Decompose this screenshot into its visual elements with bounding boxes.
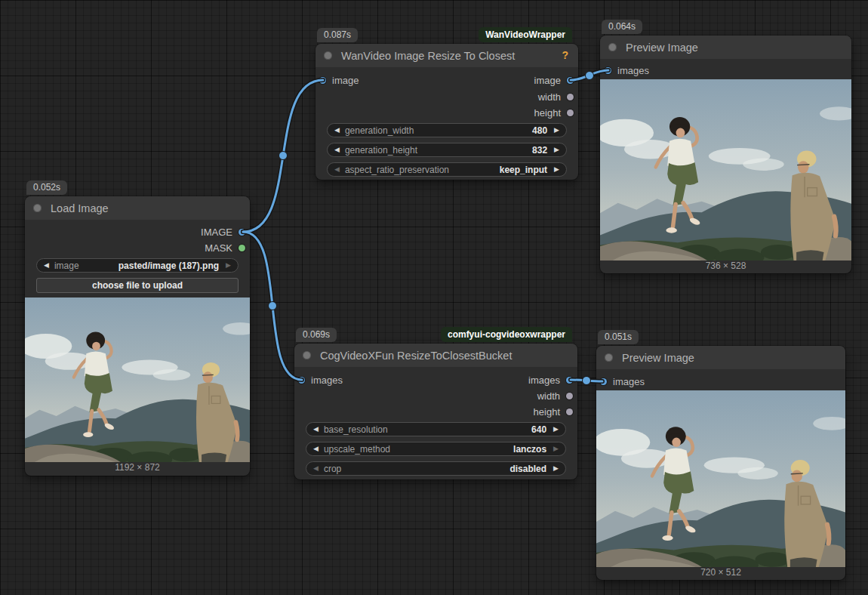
node-title-bar[interactable]: WanVideo Image Resize To Closest ?: [315, 44, 578, 67]
node-title: CogVideoXFun ResizeToClosestBucket: [320, 350, 512, 362]
input-label: images: [613, 376, 645, 387]
node-preview-image-top[interactable]: 0.064s Preview Image images 736 × 528: [600, 35, 851, 273]
output-slot-image[interactable]: IMAGE: [201, 224, 245, 239]
link-midpoint-dot: [269, 302, 277, 310]
widget-name: aspect_ratio_preservation: [345, 165, 449, 175]
output-dot-mask[interactable]: [239, 245, 245, 251]
widget-value: 480: [532, 125, 547, 136]
collapse-dot-icon[interactable]: [324, 51, 332, 60]
input-slot-images[interactable]: images: [298, 372, 343, 387]
collapse-dot-icon[interactable]: [33, 204, 42, 212]
decrement-arrow-icon[interactable]: ◀: [334, 127, 340, 134]
input-slot-images[interactable]: images: [600, 374, 645, 389]
image-preview: [600, 79, 851, 261]
decrement-arrow-icon[interactable]: ◀: [313, 445, 319, 452]
input-dot-images[interactable]: [298, 377, 305, 384]
image-dimensions-caption: 1192 × 872: [25, 462, 250, 473]
output-slot-height[interactable]: height: [534, 105, 574, 120]
execution-time-badge: 0.051s: [598, 330, 639, 344]
output-label: height: [534, 107, 561, 119]
output-dot-width[interactable]: [567, 94, 574, 100]
output-dot-height[interactable]: [566, 408, 573, 415]
decrement-arrow-icon[interactable]: ◀: [44, 262, 49, 269]
node-title-bar[interactable]: Load Image: [25, 196, 250, 220]
widget-aspect-ratio-preservation[interactable]: ◀ aspect_ratio_preservation keep_input ▶: [327, 162, 567, 177]
output-dot-image[interactable]: [567, 77, 574, 84]
output-dot-images[interactable]: [566, 377, 573, 384]
node-title: Load Image: [51, 202, 109, 214]
input-label: images: [617, 65, 649, 76]
module-badge: WanVideoWrapper: [479, 27, 572, 42]
output-dot-width[interactable]: [566, 393, 573, 399]
input-label: images: [311, 375, 343, 386]
widget-generation-width[interactable]: ◀ generation_width 480 ▶: [327, 123, 567, 137]
node-preview-image-bottom[interactable]: 0.051s Preview Image images 720 × 512: [596, 346, 845, 580]
node-title-bar[interactable]: Preview Image: [600, 35, 851, 59]
input-slot-image[interactable]: image: [319, 72, 359, 88]
widget-value: pasted/image (187).png: [119, 261, 219, 271]
widget-generation-height[interactable]: ◀ generation_height 832 ▶: [327, 143, 567, 157]
widget-name: image: [54, 261, 79, 271]
input-dot-image[interactable]: [319, 77, 326, 84]
decrement-arrow-icon[interactable]: ◀: [313, 465, 319, 472]
decrement-arrow-icon[interactable]: ◀: [334, 146, 340, 153]
output-label: image: [534, 75, 561, 86]
help-icon[interactable]: ?: [562, 49, 568, 61]
collapse-dot-icon[interactable]: [605, 353, 613, 362]
output-slot-width[interactable]: width: [538, 89, 574, 104]
output-label: height: [534, 406, 560, 418]
collapse-dot-icon[interactable]: [303, 351, 311, 359]
widget-upscale-method[interactable]: ◀ upscale_method lanczos ▶: [306, 442, 566, 456]
widget-value: 640: [531, 424, 546, 435]
widget-base-resolution[interactable]: ◀ base_resolution 640 ▶: [306, 422, 566, 436]
node-wanvideo-resize[interactable]: 0.087s WanVideoWrapper WanVideo Image Re…: [315, 44, 578, 180]
node-graph-canvas[interactable]: 0.052s Load Image IMAGE MASK ◀ image pas…: [0, 0, 868, 595]
input-dot-images[interactable]: [605, 67, 611, 74]
widget-crop[interactable]: ◀ crop disabled ▶: [306, 461, 566, 476]
increment-arrow-icon[interactable]: ▶: [554, 166, 559, 173]
link-loadimage-to-cogresize: [243, 232, 302, 380]
node-title: Preview Image: [626, 42, 698, 54]
widget-name: upscale_method: [324, 444, 390, 455]
image-dimensions-caption: 736 × 528: [600, 261, 851, 271]
node-title-bar[interactable]: Preview Image: [596, 346, 845, 369]
decrement-arrow-icon[interactable]: ◀: [313, 426, 319, 433]
output-slot-height[interactable]: height: [534, 404, 573, 419]
link-midpoint-dot: [586, 72, 594, 80]
widget-name: base_resolution: [324, 424, 388, 435]
input-label: image: [332, 75, 359, 86]
node-cogvideox-resize[interactable]: 0.069s comfyui-cogvideoxwrapper CogVideo…: [294, 344, 577, 479]
widget-value: lanczos: [513, 444, 546, 455]
collapse-dot-icon[interactable]: [608, 43, 617, 51]
increment-arrow-icon[interactable]: ▶: [226, 262, 231, 269]
increment-arrow-icon[interactable]: ▶: [554, 146, 559, 153]
choose-file-button[interactable]: choose file to upload: [36, 278, 239, 293]
input-dot-images[interactable]: [600, 378, 607, 385]
image-preview: [25, 298, 250, 462]
increment-arrow-icon[interactable]: ▶: [553, 426, 559, 433]
widget-image-file[interactable]: ◀ image pasted/image (187).png ▶: [36, 258, 239, 273]
increment-arrow-icon[interactable]: ▶: [553, 445, 559, 452]
output-dot-image[interactable]: [239, 229, 245, 236]
output-slot-images[interactable]: images: [528, 372, 573, 387]
output-label: MASK: [205, 242, 232, 254]
link-loadimage-to-wanresize: [243, 80, 323, 232]
widget-value: disabled: [509, 464, 546, 474]
input-slot-images[interactable]: images: [605, 63, 649, 78]
decrement-arrow-icon[interactable]: ◀: [334, 166, 340, 173]
output-dot-height[interactable]: [567, 109, 574, 116]
node-title: Preview Image: [622, 352, 694, 364]
node-title-bar[interactable]: CogVideoXFun ResizeToClosestBucket: [294, 344, 577, 367]
execution-time-badge: 0.069s: [296, 328, 337, 342]
output-slot-mask[interactable]: MASK: [205, 240, 245, 255]
execution-time-badge: 0.087s: [317, 28, 358, 42]
node-load-image[interactable]: 0.052s Load Image IMAGE MASK ◀ image pas…: [25, 196, 250, 476]
node-title: WanVideo Image Resize To Closest: [341, 50, 515, 62]
increment-arrow-icon[interactable]: ▶: [554, 127, 559, 134]
increment-arrow-icon[interactable]: ▶: [553, 465, 559, 472]
output-label: images: [528, 375, 560, 386]
output-slot-image[interactable]: image: [534, 72, 574, 88]
output-label: width: [537, 390, 560, 402]
output-slot-width[interactable]: width: [537, 388, 573, 403]
module-badge: comfyui-cogvideoxwrapper: [441, 327, 572, 342]
